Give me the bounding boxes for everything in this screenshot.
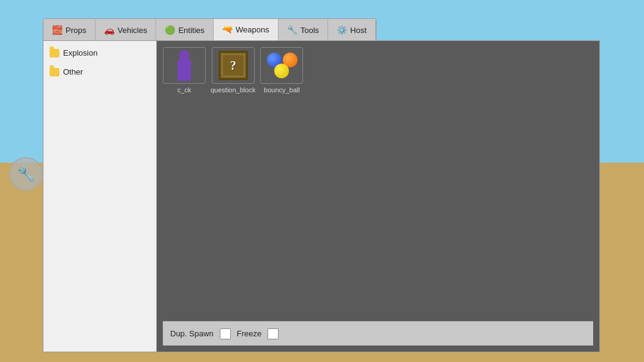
tab-tools-label: Tools [301,26,319,35]
sidebar-item-other[interactable]: Other [43,62,156,81]
tab-props[interactable]: 🧱 Props [43,19,95,40]
tab-weapons[interactable]: 🔫 Weapons [214,19,279,40]
items-area: c_ck ? question_block bouncy_ [157,41,599,352]
sidebar-item-explosion[interactable]: Explosion [43,43,156,62]
sidebar-item-explosion-label: Explosion [63,48,97,57]
item-thumb-bouncy_ball [260,47,303,84]
item-thumb-c_ck [163,47,206,84]
item-c_ck[interactable]: c_ck [163,47,206,94]
item-label-question_block: question_block [211,86,255,94]
tab-tools[interactable]: 🔧 Tools [279,19,328,40]
tab-entities[interactable]: 🟢 Entities [156,19,214,40]
folder-icon-other [50,68,59,76]
tab-entities-label: Entities [178,26,204,35]
item-thumb-question_block: ? [212,47,255,84]
tab-bar: 🧱 Props 🚗 Vehicles 🟢 Entities 🔫 Weapons … [43,18,376,40]
item-bouncy_ball[interactable]: bouncy_ball [260,47,303,94]
purple-figure-head [179,50,189,60]
tools-icon: 🔧 [287,25,298,35]
props-icon: 🧱 [52,25,62,35]
wrench-icon[interactable]: 🔧 [9,157,43,191]
entities-icon: 🟢 [165,25,175,35]
freeze-checkbox[interactable] [268,328,279,339]
vehicles-icon: 🚗 [104,25,114,35]
freeze-label: Freeze [237,329,261,338]
folder-icon-explosion [50,49,59,57]
ball-yellow [274,64,289,78]
purple-figure-body [178,59,191,81]
content-area: Explosion Other c_ck [43,40,600,352]
item-question_block[interactable]: ? question_block [211,47,255,94]
item-label-bouncy_ball: bouncy_ball [264,86,300,94]
purple-figure [174,50,195,81]
tab-vehicles[interactable]: 🚗 Vehicles [95,19,156,40]
host-icon: ⚙️ [337,25,347,35]
tab-host[interactable]: ⚙️ Host [328,19,376,40]
items-grid: c_ck ? question_block bouncy_ [163,47,593,321]
bottom-bar: Dup. Spawn Freeze [163,321,593,345]
tab-weapons-label: Weapons [236,25,269,34]
item-label-c_ck: c_ck [178,86,192,94]
sidebar-item-other-label: Other [63,67,83,76]
sidebar: Explosion Other [43,41,157,352]
weapons-icon: 🔫 [222,24,233,34]
tab-vehicles-label: Vehicles [118,26,147,35]
tab-host-label: Host [350,26,367,35]
qblock-box: ? [219,51,248,80]
dup-spawn-label: Dup. Spawn [170,329,214,338]
tab-props-label: Props [66,26,86,35]
main-panel: 🧱 Props 🚗 Vehicles 🟢 Entities 🔫 Weapons … [43,18,600,358]
dup-spawn-checkbox[interactable] [220,328,231,339]
